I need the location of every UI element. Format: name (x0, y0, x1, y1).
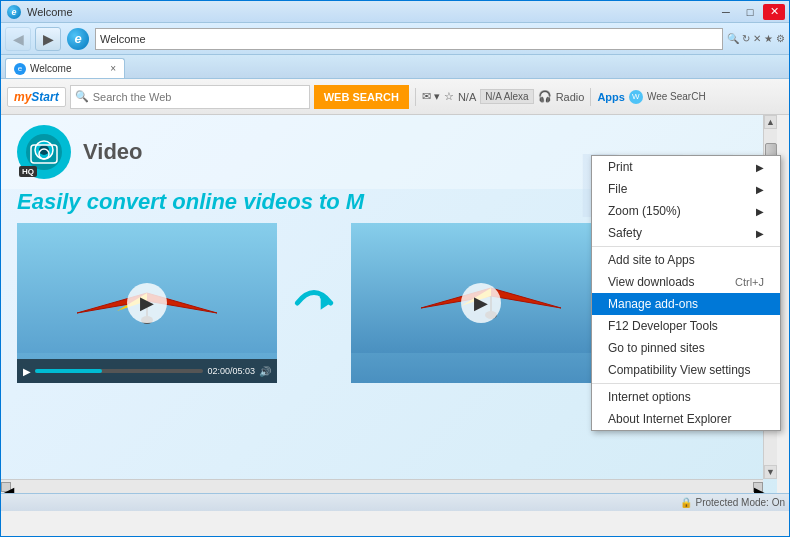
maximize-button[interactable]: □ (739, 4, 761, 20)
menu-item-print-label: Print (608, 160, 752, 174)
time-display-1: 02:00/05:03 (207, 366, 255, 376)
tab-bar: e Welcome × (1, 55, 789, 79)
menu-arrow-file: ▶ (756, 184, 764, 195)
play-button-2[interactable]: ▶ (461, 283, 501, 323)
content-wrapper: P77 HQ Video (1, 115, 789, 493)
volume-icon[interactable]: 🔊 (259, 366, 271, 377)
tab-label: Welcome (30, 63, 72, 74)
menu-separator-2 (592, 383, 780, 384)
video-thumb-2[interactable]: ▶ (351, 223, 611, 383)
progress-bar-fill-1 (35, 369, 102, 373)
menu-item-print[interactable]: Print ▶ (592, 156, 780, 178)
alexa-badge: N/A Alexa (480, 89, 533, 104)
horizontal-scrollbar[interactable]: ◀ ▶ (1, 479, 763, 493)
tab-close-button[interactable]: × (110, 63, 116, 74)
web-search-button[interactable]: WEB SEARCH (314, 85, 409, 109)
title-bar-left: e Welcome (5, 5, 73, 19)
menu-item-pinned[interactable]: Go to pinned sites (592, 337, 780, 359)
toolbar: myStart 🔍 WEB SEARCH ✉ ▾ ☆ N/A N/A Alexa… (1, 79, 789, 115)
toolbar-icon-2[interactable]: ☆ (444, 90, 454, 103)
weesearch-label: Wee SearCH (647, 91, 706, 102)
minimize-button[interactable]: ─ (715, 4, 737, 20)
status-protected: Protected Mode: On (696, 497, 786, 508)
menu-item-compat-label: Compatibility View settings (608, 363, 764, 377)
toolbar-na-label: N/A (458, 91, 476, 103)
address-bar[interactable]: Welcome (95, 28, 723, 50)
hq-icon-container: HQ (17, 125, 71, 179)
close-button[interactable]: ✕ (763, 4, 785, 20)
menu-item-options-label: Internet options (608, 390, 764, 404)
scroll-right-button[interactable]: ▶ (753, 482, 763, 492)
menu-shortcut-downloads: Ctrl+J (735, 276, 764, 288)
scroll-left-button[interactable]: ◀ (1, 482, 11, 492)
menu-item-compat[interactable]: Compatibility View settings (592, 359, 780, 381)
toolbar-separator-1 (415, 88, 416, 106)
status-bar: 🔒 Protected Mode: On (1, 493, 789, 511)
status-zoom: 🔒 (680, 497, 692, 508)
menu-item-about-ie[interactable]: About Internet Explorer (592, 408, 780, 430)
ie-brand-icon: e (67, 28, 89, 50)
headphones-icon[interactable]: 🎧 (538, 90, 552, 103)
weesearch-icon: W (629, 90, 643, 104)
arrow-graphic (289, 223, 339, 383)
menu-item-add-site[interactable]: Add site to Apps (592, 249, 780, 271)
menu-item-f12[interactable]: F12 Developer Tools (592, 315, 780, 337)
forward-button[interactable]: ▶ (35, 27, 61, 51)
title-bar: e Welcome ─ □ ✕ (1, 1, 789, 23)
favorites-icon[interactable]: ⚙ (776, 33, 785, 44)
hq-badge: HQ (19, 166, 37, 177)
video-controls-1: ▶ 02:00/05:03 🔊 (17, 359, 277, 383)
menu-item-safety-label: Safety (608, 226, 752, 240)
play-button-1[interactable]: ▶ (127, 283, 167, 323)
menu-item-about-label: About Internet Explorer (608, 412, 764, 426)
arrow-svg (289, 273, 339, 333)
menu-item-file-label: File (608, 182, 752, 196)
menu-item-safety[interactable]: Safety ▶ (592, 222, 780, 244)
title-bar-controls: ─ □ ✕ (715, 4, 785, 20)
menu-arrow-zoom: ▶ (756, 206, 764, 217)
menu-item-pinned-label: Go to pinned sites (608, 341, 764, 355)
search-input[interactable] (93, 91, 309, 103)
envelope-icon[interactable]: ✉ ▾ (422, 90, 440, 103)
search-small-icon[interactable]: 🔍 (727, 33, 739, 44)
radio-label: Radio (556, 91, 585, 103)
apps-label: Apps (597, 91, 625, 103)
menu-item-internet-options[interactable]: Internet options (592, 386, 780, 408)
nav-bar: ◀ ▶ e Welcome 🔍 ↻ ✕ ★ ⚙ (1, 23, 789, 55)
window-frame: e Welcome ─ □ ✕ ◀ ▶ e Welcome 🔍 ↻ ✕ ★ ⚙ … (0, 0, 790, 537)
refresh-icon[interactable]: ↻ (742, 33, 750, 44)
toolbar-separator-2 (590, 88, 591, 106)
mystart-logo: myStart (7, 87, 66, 107)
menu-item-f12-label: F12 Developer Tools (608, 319, 764, 333)
scroll-up-button[interactable]: ▲ (764, 115, 777, 129)
scroll-down-button[interactable]: ▼ (764, 465, 777, 479)
video-thumb-1[interactable]: ▶ ▶ 02:00/05:03 🔊 (17, 223, 277, 383)
alexa-label: Alexa (504, 91, 529, 102)
back-button[interactable]: ◀ (5, 27, 31, 51)
menu-arrow-print: ▶ (756, 162, 764, 173)
menu-item-file[interactable]: File ▶ (592, 178, 780, 200)
menu-item-downloads-label: View downloads (608, 275, 727, 289)
menu-item-add-site-label: Add site to Apps (608, 253, 764, 267)
tab-welcome[interactable]: e Welcome × (5, 58, 125, 78)
window-title: Welcome (27, 6, 73, 18)
play-ctrl-icon[interactable]: ▶ (23, 366, 31, 377)
search-icon: 🔍 (71, 90, 93, 103)
stop-icon[interactable]: ✕ (753, 33, 761, 44)
mystart-my: my (14, 90, 31, 104)
context-menu: Print ▶ File ▶ Zoom (150%) ▶ Safety ▶ Ad… (591, 155, 781, 431)
menu-item-manage-addons[interactable]: Manage add-ons (592, 293, 780, 315)
menu-item-zoom[interactable]: Zoom (150%) ▶ (592, 200, 780, 222)
search-box: 🔍 (70, 85, 310, 109)
menu-separator-1 (592, 246, 780, 247)
home-icon[interactable]: ★ (764, 33, 773, 44)
menu-item-view-downloads[interactable]: View downloads Ctrl+J (592, 271, 780, 293)
menu-item-addons-label: Manage add-ons (608, 297, 764, 311)
menu-item-zoom-label: Zoom (150%) (608, 204, 752, 218)
address-text: Welcome (100, 33, 146, 45)
ie-logo-icon: e (7, 5, 21, 19)
video-label: Video (83, 139, 143, 165)
address-icons: 🔍 ↻ ✕ ★ ⚙ (727, 33, 785, 44)
progress-bar-1[interactable] (35, 369, 203, 373)
weesearch-icon-inner: W (632, 92, 640, 101)
